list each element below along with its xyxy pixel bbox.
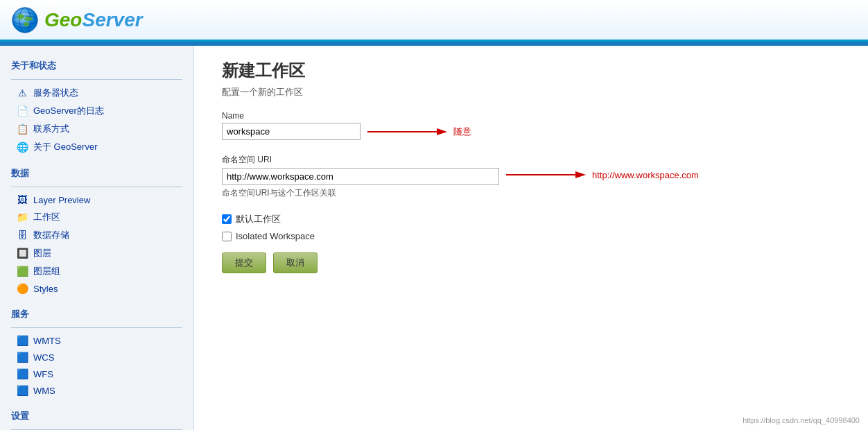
sidebar-item-layers[interactable]: 🔲 图层 — [0, 244, 193, 262]
sidebar-label-layers: 图层 — [33, 247, 51, 259]
sidebar-item-datastore[interactable]: 🗄 数据存储 — [0, 226, 193, 244]
sidebar-label-layer-groups: 图层组 — [33, 265, 60, 277]
content-area: 新建工作区 配置一个新的工作区 Name 随意 命名空间 URI — [194, 46, 868, 430]
page-subtitle: 配置一个新的工作区 — [222, 86, 840, 98]
wms-icon: 🟦 — [17, 385, 28, 396]
uri-arrow-annotation: http://www.workspace.com — [506, 168, 699, 182]
uri-arrow-svg — [506, 168, 589, 182]
wfs-icon: 🟦 — [17, 368, 28, 379]
sidebar-item-styles[interactable]: 🟠 Styles — [0, 280, 193, 297]
layer-preview-icon: 🖼 — [17, 194, 28, 205]
logo-text: GeoServer — [44, 9, 143, 31]
page-title: 新建工作区 — [222, 60, 840, 82]
logo-server: Server — [82, 9, 142, 31]
logo-globe-icon — [11, 6, 39, 34]
sidebar-section-about: 关于和状态 — [0, 54, 193, 75]
sidebar-label-server-status: 服务器状态 — [33, 87, 78, 99]
svg-point-6 — [24, 22, 29, 26]
name-label: Name — [222, 111, 840, 121]
layer-groups-icon: 🟩 — [17, 266, 28, 277]
svg-marker-8 — [437, 128, 447, 135]
svg-marker-10 — [575, 171, 586, 178]
uri-input[interactable] — [222, 168, 499, 185]
log-icon: 📄 — [17, 105, 28, 117]
form-buttons: 提交 取消 — [222, 252, 840, 273]
wcs-icon: 🟦 — [17, 352, 28, 363]
sidebar: 关于和状态 ⚠ 服务器状态 📄 GeoServer的日志 📋 联系方式 🌐 关于… — [0, 46, 194, 430]
logo-geo: Geo — [44, 9, 82, 31]
sidebar-item-log[interactable]: 📄 GeoServer的日志 — [0, 102, 193, 120]
isolated-workspace-checkbox[interactable] — [222, 232, 232, 241]
sidebar-item-wms[interactable]: 🟦 WMS — [0, 382, 193, 399]
name-input[interactable] — [222, 123, 361, 140]
default-workspace-row: 默认工作区 — [222, 213, 840, 225]
watermark: https://blog.csdn.net/qq_40998400 — [743, 416, 860, 424]
styles-icon: 🟠 — [17, 283, 28, 294]
submit-button[interactable]: 提交 — [222, 252, 266, 273]
sidebar-item-workspace[interactable]: 📁 工作区 — [0, 208, 193, 226]
server-status-icon: ⚠ — [17, 87, 28, 98]
sidebar-label-datastore: 数据存储 — [33, 229, 69, 241]
sidebar-label-wcs: WCS — [33, 352, 54, 363]
isolated-workspace-label: Isolated Workspace — [236, 231, 315, 241]
sidebar-label-contact: 联系方式 — [33, 123, 69, 135]
sidebar-label-workspace: 工作区 — [33, 211, 60, 223]
contact-icon: 📋 — [17, 123, 28, 135]
sidebar-label-log: GeoServer的日志 — [33, 105, 104, 117]
wmts-icon: 🟦 — [17, 335, 28, 346]
divider-services — [11, 327, 182, 328]
sidebar-item-layer-preview[interactable]: 🖼 Layer Preview — [0, 191, 193, 208]
sidebar-label-about: 关于 GeoServer — [33, 141, 97, 153]
sidebar-label-wmts: WMTS — [33, 336, 61, 346]
uri-label: 命名空间 URI — [222, 154, 840, 166]
divider-about — [11, 79, 182, 80]
about-icon: 🌐 — [17, 141, 28, 153]
sidebar-item-contact[interactable]: 📋 联系方式 — [0, 120, 193, 138]
sidebar-label-wms: WMS — [33, 386, 55, 396]
sidebar-section-data: 数据 — [0, 162, 193, 182]
uri-section: 命名空间 URI http://www.workspace.com 命名空间UR… — [222, 154, 840, 199]
name-arrow-annotation: 随意 — [367, 125, 471, 139]
uri-help-text: 命名空间URI与这个工作区关联 — [222, 187, 840, 199]
main-layout: 关于和状态 ⚠ 服务器状态 📄 GeoServer的日志 📋 联系方式 🌐 关于… — [0, 46, 868, 430]
cancel-button[interactable]: 取消 — [273, 252, 318, 273]
divider-data — [11, 187, 182, 187]
isolated-workspace-row: Isolated Workspace — [222, 231, 840, 241]
svg-point-4 — [17, 14, 24, 19]
sidebar-item-server-status[interactable]: ⚠ 服务器状态 — [0, 84, 193, 102]
sidebar-section-services: 服务 — [0, 302, 193, 323]
sidebar-label-wfs: WFS — [33, 369, 53, 379]
sidebar-item-wmts[interactable]: 🟦 WMTS — [0, 332, 193, 349]
workspace-icon: 📁 — [17, 212, 28, 223]
sidebar-label-styles: Styles — [33, 284, 58, 294]
datastore-icon: 🗄 — [17, 230, 28, 241]
name-arrow-svg — [367, 125, 451, 139]
sidebar-item-about[interactable]: 🌐 关于 GeoServer — [0, 138, 193, 156]
svg-point-5 — [24, 17, 33, 21]
logo-area: GeoServer — [11, 6, 143, 34]
header: GeoServer — [0, 0, 868, 42]
sidebar-item-wfs[interactable]: 🟦 WFS — [0, 366, 193, 382]
sidebar-item-wcs[interactable]: 🟦 WCS — [0, 349, 193, 366]
name-hint-text: 随意 — [453, 126, 471, 138]
sidebar-item-layer-groups[interactable]: 🟩 图层组 — [0, 262, 193, 280]
layers-icon: 🔲 — [17, 248, 28, 259]
name-section: Name 随意 — [222, 111, 840, 140]
svg-point-0 — [12, 8, 37, 33]
uri-hint-text: http://www.workspace.com — [592, 170, 699, 180]
default-workspace-label: 默认工作区 — [236, 213, 281, 225]
sidebar-label-layer-preview: Layer Preview — [33, 195, 90, 205]
default-workspace-checkbox[interactable] — [222, 214, 232, 224]
sidebar-section-settings: 设置 — [0, 404, 193, 425]
